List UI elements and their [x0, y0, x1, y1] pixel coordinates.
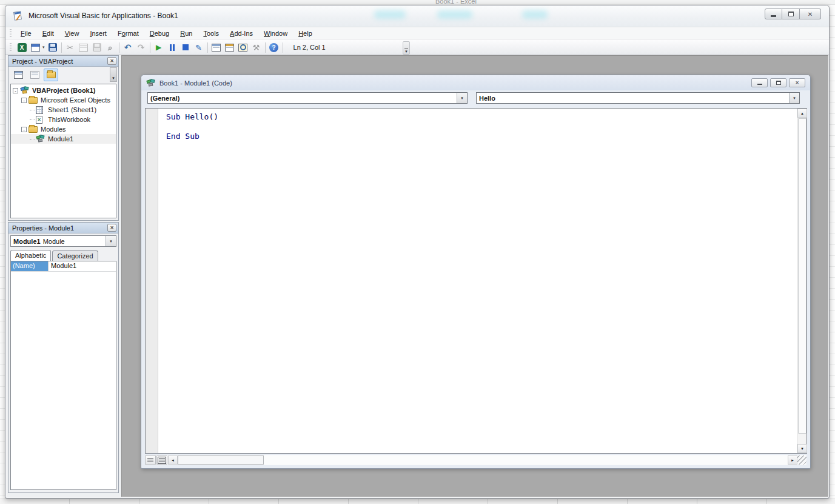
undo-icon[interactable]: ↶ — [122, 41, 134, 53]
scroll-left-icon[interactable]: ◄ — [168, 455, 178, 465]
tree-connector — [30, 119, 35, 120]
project-tree[interactable]: - VBAProject (Book1) - Microsoft Excel O… — [10, 84, 116, 218]
tree-item-sheet1[interactable]: Sheet1 (Sheet1) — [11, 105, 116, 115]
menu-insert[interactable]: Insert — [84, 28, 112, 39]
cursor-position-status: Ln 2, Col 1 — [293, 44, 326, 51]
scroll-up-icon[interactable]: ▲ — [797, 109, 807, 118]
standard-toolbar: X ▾ ✂ ⌕ ↶ ↷ ▶ ✎ ⚒ ? Ln 2, Col 1 ▼ — [5, 39, 829, 55]
collapse-icon[interactable]: - — [21, 127, 27, 132]
dropdown-arrow-icon[interactable]: ▼ — [789, 93, 799, 103]
tab-categorized[interactable]: Categorized — [52, 250, 98, 261]
object-name: Module1 — [13, 238, 41, 245]
procedure-view-button[interactable] — [145, 455, 156, 465]
code-restore-button[interactable] — [770, 78, 786, 87]
properties-window-icon[interactable] — [224, 41, 236, 53]
module-icon — [146, 79, 156, 87]
find-icon: ⌕ — [104, 41, 116, 53]
tab-alphabetic[interactable]: Alphabetic — [10, 250, 51, 261]
code-editor[interactable]: Sub Hello() End Sub ▲ ▼ — [145, 108, 807, 454]
scroll-down-icon[interactable]: ▼ — [797, 444, 807, 453]
tree-item-vbaproject[interactable]: - VBAProject (Book1) — [11, 86, 116, 95]
collapse-icon[interactable]: - — [21, 98, 27, 103]
folder-icon — [29, 96, 38, 104]
insert-object-icon[interactable] — [29, 41, 41, 53]
menu-grip-handle[interactable] — [10, 29, 12, 38]
dropdown-arrow-icon[interactable]: ▼ — [457, 93, 467, 103]
horizontal-scrollbar[interactable] — [178, 455, 788, 465]
paste-icon — [91, 41, 103, 53]
insert-object-dropdown-icon[interactable]: ▾ — [42, 45, 45, 50]
project-panel-titlebar[interactable]: Project - VBAProject ✕ — [8, 56, 118, 67]
toggle-folders-button[interactable] — [44, 69, 58, 81]
menu-addins[interactable]: Add-Ins — [224, 28, 258, 39]
toolbar-grip-handle[interactable] — [10, 43, 12, 52]
view-object-button[interactable] — [27, 69, 42, 81]
excel-window-behind-bottom — [0, 499, 835, 504]
run-sub-icon[interactable]: ▶ — [153, 41, 165, 53]
vertical-scrollbar-thumb[interactable] — [798, 118, 806, 434]
minimize-button[interactable] — [765, 8, 782, 19]
code-text[interactable]: Sub Hello() End Sub — [166, 112, 218, 141]
menu-edit[interactable]: Edit — [37, 28, 59, 39]
property-name-cell[interactable]: (Name) — [11, 261, 49, 271]
project-toolbar-scroll[interactable]: ▼ — [110, 67, 117, 82]
menu-view[interactable]: View — [59, 28, 85, 39]
menu-window[interactable]: Window — [258, 28, 293, 39]
save-icon[interactable] — [47, 41, 59, 53]
tree-item-excel-objects[interactable]: - Microsoft Excel Objects — [11, 95, 116, 105]
worksheet-icon — [36, 106, 45, 114]
properties-tabs: Alphabetic Categorized — [10, 249, 116, 261]
resize-grip[interactable] — [797, 455, 806, 465]
design-mode-icon[interactable]: ✎ — [193, 41, 205, 53]
scroll-right-icon[interactable]: ► — [788, 455, 797, 465]
menu-format[interactable]: Format — [112, 28, 144, 39]
titlebar[interactable]: Microsoft Visual Basic for Applications … — [5, 5, 829, 27]
project-explorer-icon[interactable] — [210, 41, 223, 53]
menu-help[interactable]: Help — [293, 28, 318, 39]
horizontal-scrollbar-thumb[interactable] — [178, 455, 264, 465]
menu-tools[interactable]: Tools — [198, 28, 224, 39]
tree-item-module1[interactable]: Module1 — [11, 134, 116, 144]
margin-indicator-bar[interactable] — [146, 109, 158, 453]
properties-close-icon[interactable]: ✕ — [107, 224, 116, 232]
menu-debug[interactable]: Debug — [144, 28, 175, 39]
tree-connector — [30, 110, 35, 110]
properties-object-dropdown[interactable]: Module1 Module ▼ — [10, 235, 116, 247]
tree-item-thisworkbook[interactable]: ✕ ThisWorkbook — [11, 115, 116, 124]
code-minimize-button[interactable] — [751, 78, 768, 87]
code-close-button[interactable]: ✕ — [789, 78, 805, 87]
menu-run[interactable]: Run — [175, 28, 198, 39]
close-button[interactable]: ✕ — [800, 8, 821, 19]
full-module-view-button[interactable] — [156, 455, 167, 465]
view-microsoft-excel-icon[interactable]: X — [16, 41, 28, 53]
break-icon[interactable] — [166, 41, 178, 53]
properties-panel-titlebar[interactable]: Properties - Module1 ✕ — [8, 223, 118, 234]
project-close-icon[interactable]: ✕ — [107, 57, 116, 65]
procedure-dropdown-value: Hello — [477, 95, 789, 102]
toolbar-separator — [283, 42, 283, 53]
view-code-button[interactable] — [11, 69, 25, 81]
code-window-titlebar[interactable]: Book1 - Module1 (Code) ✕ — [141, 75, 810, 90]
toolbar-separator — [207, 42, 208, 53]
toolbar-overflow-button[interactable]: ▼ — [403, 41, 410, 55]
help-icon[interactable]: ? — [268, 41, 280, 53]
tree-item-modules[interactable]: - Modules — [11, 124, 116, 134]
excel-window-behind-left — [0, 5, 5, 499]
collapse-icon[interactable]: - — [13, 88, 18, 93]
reset-icon[interactable] — [179, 41, 192, 53]
vertical-scrollbar[interactable]: ▲ ▼ — [797, 109, 806, 453]
property-row-name[interactable]: (Name) Module1 — [11, 261, 116, 272]
object-dropdown[interactable]: (General) ▼ — [147, 92, 468, 104]
object-browser-icon[interactable] — [237, 41, 249, 53]
client-area: Book1 - Module1 (Code) ✕ (General) ▼ Hel… — [7, 55, 828, 497]
glass-reflection — [437, 10, 472, 19]
code-window: Book1 - Module1 (Code) ✕ (General) ▼ Hel… — [141, 75, 811, 469]
restore-button[interactable] — [782, 8, 800, 19]
property-value-cell[interactable]: Module1 — [49, 261, 116, 271]
folder-icon — [29, 125, 38, 133]
dropdown-arrow-icon[interactable]: ▼ — [106, 236, 116, 246]
properties-panel: Properties - Module1 ✕ Module1 Module ▼ … — [8, 222, 119, 493]
menu-file[interactable]: File — [15, 28, 37, 39]
toolbar-separator — [150, 42, 150, 53]
procedure-dropdown[interactable]: Hello ▼ — [476, 92, 800, 104]
